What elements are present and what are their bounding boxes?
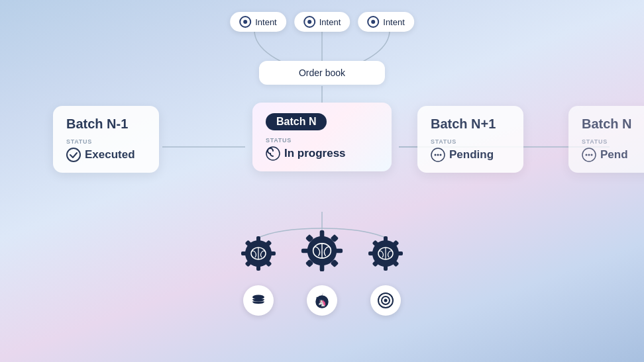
batch-n-plus-2-card: Batch N STATUS Pend [568,106,644,173]
svg-point-50 [384,299,388,302]
batch-np2-title: Batch N [582,116,632,132]
svg-rect-13 [256,264,260,271]
batch-n-plus-1-card: Batch N+1 STATUS Pending [417,106,523,173]
batch-n1-status-value: Executed [66,148,146,162]
main-canvas: Intent Intent Intent Order book Batch N-… [0,0,644,362]
executed-icon [66,148,81,162]
batch-n-card: Batch N STATUS In progress [252,103,392,171]
intent-row: Intent Intent Intent [230,12,414,32]
batch-np2-status-label: STATUS [582,138,644,145]
batch-n-minus-1-card: Batch N-1 STATUS Executed [53,106,159,173]
svg-point-9 [591,154,593,156]
batch-np1-status-text: Pending [449,148,494,161]
batch-np2-status-value: Pend [582,148,644,162]
pending-icon-1 [431,148,445,162]
svg-point-5 [440,154,442,156]
solver-1-gear-brain-icon [235,230,282,277]
svg-point-8 [588,154,590,156]
svg-point-3 [435,154,437,156]
solver-2: 🦄 [295,224,349,316]
batch-n-status-value: In progress [266,146,378,161]
svg-rect-15 [269,251,276,255]
batch-n1-status-text: Executed [85,148,135,161]
intent-node-3: Intent [358,12,414,32]
intent-label-1: Intent [255,17,277,27]
batch-n-status-label: STATUS [266,137,378,144]
solvers-row: 🦄 [235,224,409,316]
svg-point-4 [437,154,439,156]
intent-node-1: Intent [230,12,286,32]
intent-node-2: Intent [294,12,350,32]
intent-label-2: Intent [319,17,341,27]
svg-rect-14 [241,251,248,255]
svg-text:🦄: 🦄 [318,298,327,307]
solver-3-gear-brain-icon [362,230,409,277]
svg-point-0 [67,148,80,161]
intent-icon-2 [303,16,315,28]
in-progress-icon [266,146,280,161]
batch-n-title: Batch N [266,113,327,130]
solver-3 [362,230,409,316]
batch-n-status-text: In progress [284,147,346,160]
intent-icon-1 [239,16,251,28]
solver-1-bottom-icon [243,285,274,316]
order-book-label: Order book [299,68,345,78]
batch-np1-status-label: STATUS [431,138,510,145]
svg-point-22 [252,295,264,300]
svg-rect-12 [256,236,260,243]
batch-np1-title: Batch N+1 [431,116,496,132]
pending-icon-2 [582,148,596,162]
batch-np1-status-value: Pending [431,148,510,162]
batch-n1-status-label: STATUS [66,138,146,145]
solver-2-gear-brain-icon [295,224,349,277]
svg-point-7 [586,154,588,156]
intent-icon-3 [367,16,379,28]
intent-label-3: Intent [383,17,405,27]
order-book-card: Order book [259,61,385,85]
solver-2-bottom-icon: 🦄 [307,285,337,316]
batch-np2-status-text: Pend [600,148,628,161]
batch-n1-title: Batch N-1 [66,116,128,132]
solver-3-bottom-icon [370,285,401,316]
solver-1 [235,230,282,316]
